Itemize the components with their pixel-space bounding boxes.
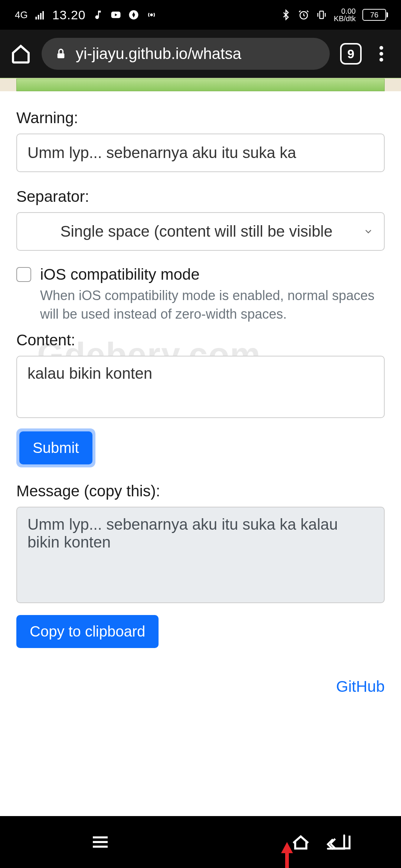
youtube-icon <box>110 9 121 20</box>
ios-compat-help: When iOS compatibility mode is enabled, … <box>40 286 385 324</box>
svg-rect-10 <box>320 11 323 19</box>
menu-dot-icon <box>379 52 383 56</box>
data-rate: 0.00 KB/dtk <box>334 7 356 22</box>
separator-label: Separator: <box>16 188 385 206</box>
menu-dot-icon <box>379 46 383 50</box>
ios-compat-row[interactable]: iOS compatibility mode <box>16 266 385 283</box>
compass-icon <box>128 9 139 20</box>
status-left: 4G 13.20 <box>15 8 157 22</box>
bluetooth-icon <box>280 9 291 20</box>
top-strip <box>0 78 401 91</box>
lock-icon <box>55 48 67 60</box>
chevron-down-icon <box>363 226 374 237</box>
alarm-icon <box>298 9 309 20</box>
recents-button[interactable] <box>84 831 116 853</box>
warning-input[interactable] <box>16 134 385 172</box>
content-label: Content: <box>16 331 385 349</box>
github-link[interactable]: GitHub <box>16 678 385 696</box>
page-content: Gdebery.com Warning: Separator: iOS comp… <box>0 78 401 816</box>
status-bar: 4G 13.20 0.00 KB/dtk 76 <box>0 0 401 30</box>
signal-bars-icon <box>35 9 46 20</box>
submit-focus-ring: Submit <box>16 428 95 467</box>
svg-rect-2 <box>40 13 42 20</box>
svg-rect-1 <box>38 15 39 20</box>
svg-rect-0 <box>35 17 37 20</box>
tabs-button[interactable]: 9 <box>340 43 362 65</box>
separator-select[interactable] <box>16 212 385 251</box>
submit-button[interactable]: Submit <box>19 431 92 464</box>
menu-dot-icon <box>379 58 383 62</box>
url-text: yi-jiayu.github.io/whatsa <box>76 45 241 63</box>
warning-label: Warning: <box>16 109 385 127</box>
message-output[interactable]: Umm lyp... sebenarnya aku itu suka ka ka… <box>16 507 385 603</box>
vibrate-icon <box>316 9 327 20</box>
hotspot-icon <box>146 9 157 20</box>
address-bar[interactable]: yi-jiayu.github.io/whatsa <box>42 38 330 70</box>
status-right: 0.00 KB/dtk 76 <box>280 7 386 22</box>
content-textarea[interactable]: kalau bikin konten <box>16 356 385 418</box>
music-icon <box>92 9 104 20</box>
signal-indicator: 4G <box>15 9 28 21</box>
browser-toolbar: yi-jiayu.github.io/whatsa 9 <box>0 30 401 78</box>
copy-button[interactable]: Copy to clipboard <box>16 615 159 648</box>
menu-button[interactable] <box>372 45 391 63</box>
message-label: Message (copy this): <box>16 482 385 500</box>
svg-point-8 <box>150 14 152 16</box>
svg-marker-12 <box>281 842 293 868</box>
svg-rect-3 <box>42 11 44 20</box>
home-button[interactable] <box>10 43 31 64</box>
clock-time: 13.20 <box>52 8 86 22</box>
ios-compat-checkbox[interactable] <box>16 267 31 282</box>
battery-indicator: 76 <box>362 9 386 21</box>
annotation-arrow-up <box>280 842 401 868</box>
ios-compat-label: iOS compatibility mode <box>40 266 200 283</box>
svg-rect-11 <box>58 53 65 58</box>
